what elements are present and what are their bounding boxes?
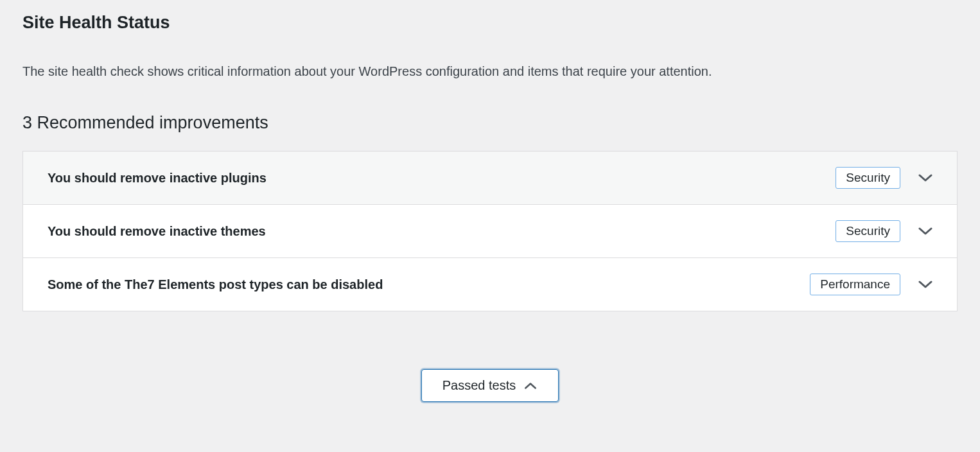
- accordion-item-title: Some of the The7 Elements post types can…: [48, 277, 383, 292]
- recommended-improvements-heading: 3 Recommended improvements: [22, 113, 958, 133]
- page-description: The site health check shows critical inf…: [22, 62, 958, 81]
- chevron-down-icon: [918, 277, 932, 291]
- passed-tests-button[interactable]: Passed tests: [421, 369, 559, 402]
- passed-tests-section: Passed tests: [22, 369, 958, 402]
- accordion-toggle-inactive-themes[interactable]: You should remove inactive themes Securi…: [23, 205, 957, 257]
- accordion-toggle-the7-post-types[interactable]: Some of the The7 Elements post types can…: [23, 258, 957, 311]
- page-title: Site Health Status: [22, 13, 958, 33]
- accordion-item-right: Performance: [810, 274, 932, 295]
- accordion-toggle-inactive-plugins[interactable]: You should remove inactive plugins Secur…: [23, 152, 957, 204]
- accordion-item: Some of the The7 Elements post types can…: [23, 258, 957, 311]
- accordion-item-right: Security: [836, 167, 932, 189]
- chevron-down-icon: [918, 171, 932, 185]
- accordion-item: You should remove inactive themes Securi…: [23, 205, 957, 258]
- accordion-item-title: You should remove inactive plugins: [48, 171, 267, 186]
- accordion-item-title: You should remove inactive themes: [48, 224, 266, 239]
- recommended-improvements-list: You should remove inactive plugins Secur…: [22, 151, 958, 311]
- accordion-item-right: Security: [836, 220, 932, 242]
- category-badge: Security: [836, 167, 900, 189]
- chevron-up-icon: [523, 379, 538, 393]
- accordion-item: You should remove inactive plugins Secur…: [23, 152, 957, 205]
- passed-tests-label: Passed tests: [442, 378, 516, 393]
- category-badge: Security: [836, 220, 900, 242]
- chevron-down-icon: [918, 224, 932, 238]
- category-badge: Performance: [810, 274, 900, 295]
